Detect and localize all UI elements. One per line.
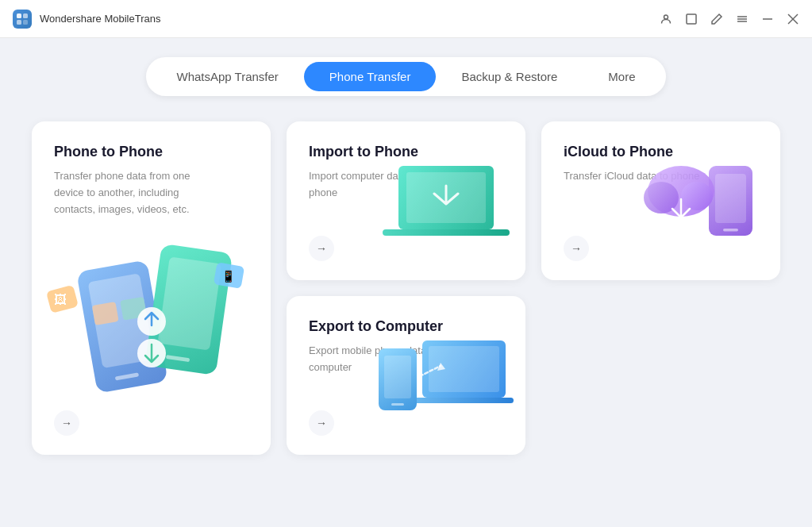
- card-export-arrow[interactable]: →: [309, 410, 334, 436]
- person-icon[interactable]: [660, 13, 672, 25]
- svg-text:📱: 📱: [221, 270, 236, 283]
- minimize-icon[interactable]: [761, 13, 774, 25]
- card-phone-to-phone-title: Phone to Phone: [54, 144, 248, 160]
- svg-rect-28: [383, 229, 510, 236]
- card-import-to-phone[interactable]: Import to Phone Import computer data to …: [287, 121, 525, 280]
- card-import-arrow[interactable]: →: [309, 236, 334, 261]
- svg-rect-39: [384, 356, 411, 398]
- import-illustration: [375, 142, 518, 248]
- svg-rect-40: [391, 403, 404, 406]
- menu-icon[interactable]: [736, 13, 749, 25]
- card-export-to-computer[interactable]: Export to Computer Export mobile phone d…: [287, 296, 525, 455]
- svg-rect-30: [715, 174, 746, 223]
- title-bar: Wondershare MobileTrans: [0, 0, 812, 38]
- svg-rect-31: [723, 229, 738, 232]
- svg-point-34: [681, 182, 713, 210]
- cards-grid: Phone to Phone Transfer phone data from …: [32, 121, 780, 455]
- phone-to-phone-illustration: 🖼 📱: [32, 233, 271, 407]
- nav-tabs: WhatsApp Transfer Phone Transfer Backup …: [146, 57, 665, 96]
- svg-rect-3: [23, 20, 28, 25]
- main-content: WhatsApp Transfer Phone Transfer Backup …: [0, 38, 812, 527]
- card-phone-to-phone-arrow[interactable]: →: [54, 410, 79, 436]
- svg-rect-5: [687, 14, 696, 24]
- card-phone-to-phone[interactable]: Phone to Phone Transfer phone data from …: [32, 121, 271, 455]
- tab-phone[interactable]: Phone Transfer: [304, 62, 437, 91]
- card-phone-to-phone-desc: Transfer phone data from one device to a…: [54, 168, 213, 217]
- svg-rect-0: [17, 13, 21, 18]
- icloud-illustration: [629, 142, 772, 248]
- svg-rect-1: [23, 13, 28, 18]
- tab-whatsapp[interactable]: WhatsApp Transfer: [151, 62, 303, 91]
- app-icon: [13, 10, 32, 29]
- edit-icon[interactable]: [710, 13, 723, 25]
- card-icloud-arrow[interactable]: →: [564, 236, 589, 261]
- svg-point-4: [664, 15, 668, 19]
- window-icon[interactable]: [685, 13, 698, 25]
- close-icon[interactable]: [787, 13, 799, 25]
- title-bar-left: Wondershare MobileTrans: [13, 10, 160, 29]
- title-bar-controls: [660, 13, 799, 25]
- svg-rect-15: [91, 302, 118, 325]
- svg-rect-37: [414, 398, 514, 403]
- svg-text:🖼: 🖼: [54, 293, 67, 306]
- export-illustration: [371, 317, 518, 423]
- tab-backup[interactable]: Backup & Restore: [436, 62, 583, 91]
- app-title: Wondershare MobileTrans: [40, 13, 160, 25]
- svg-rect-2: [17, 20, 21, 25]
- card-icloud-to-phone[interactable]: iCloud to Phone Transfer iCloud data to …: [541, 121, 780, 280]
- tab-more[interactable]: More: [583, 62, 660, 91]
